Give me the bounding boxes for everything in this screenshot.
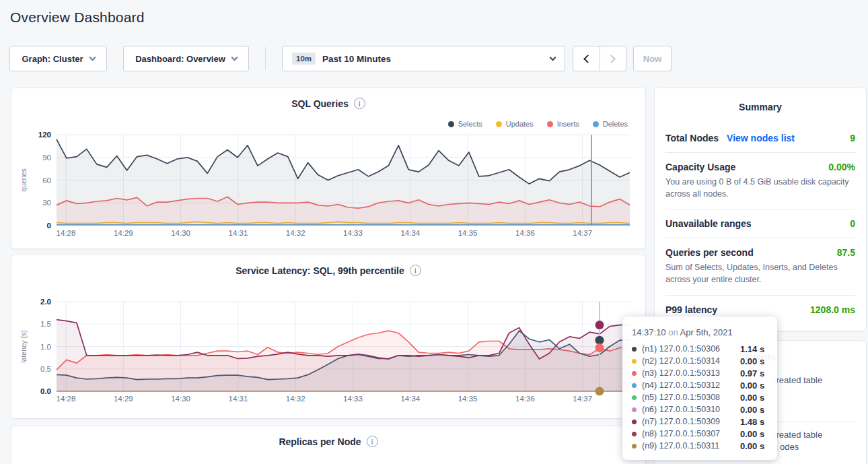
node-color-dot: [632, 359, 637, 364]
sql-queries-chart[interactable]: 14:2814:2914:3014:3114:3214:3314:3414:35…: [11, 88, 647, 248]
svg-text:14:28: 14:28: [57, 229, 76, 237]
tooltip-node-value: 0.97 s: [740, 368, 764, 378]
event-text-fragment: created table: [772, 429, 822, 441]
info-icon[interactable]: i: [367, 436, 378, 447]
svg-text:14:29: 14:29: [114, 395, 133, 403]
svg-text:queries: queries: [20, 168, 28, 191]
tooltip-row: (n9) 127.0.0.1:503110.00 s: [632, 440, 768, 452]
graph-dropdown[interactable]: Graph: Cluster: [9, 46, 107, 71]
svg-text:2.0: 2.0: [40, 298, 51, 306]
capacity-label: Capacity Usage: [665, 162, 735, 172]
page-title: Overview Dashboard: [10, 9, 145, 26]
divider: [665, 295, 855, 296]
tooltip-node-value: 1.14 s: [740, 344, 764, 354]
tooltip-node-value: 0.00 s: [740, 380, 764, 391]
svg-text:30: 30: [42, 199, 51, 207]
chevron-down-icon: [89, 54, 96, 61]
tooltip-node-label: (n7) 127.0.0.1:50309: [642, 417, 740, 426]
p99-label: P99 latency: [665, 304, 717, 315]
tooltip-node-value: 0.00 s: [740, 356, 764, 366]
replicas-header: Replicas per Node i: [11, 436, 645, 447]
time-pager: [573, 46, 626, 71]
svg-text:60: 60: [42, 176, 51, 185]
tooltip-row: (n2) 127.0.0.1:503140.00 s: [632, 355, 768, 367]
dashboard-dropdown[interactable]: Dashboard: Overview: [123, 46, 249, 71]
unavailable-value: 0: [850, 218, 855, 229]
svg-text:14:33: 14:33: [343, 395, 363, 403]
replicas-per-node-panel: Replicas per Node i: [11, 426, 646, 464]
tooltip-row: (n3) 127.0.0.1:503130.97 s: [632, 367, 768, 379]
svg-text:latency (s): latency (s): [20, 330, 28, 362]
chart-hover-tooltip: 14:37:10 on Apr 5th, 2021 (n1) 127.0.0.1…: [622, 317, 777, 460]
summary-panel: Summary Total Nodes View nodes list 9 Ca…: [654, 88, 867, 331]
p99-value: 1208.0 ms: [810, 304, 855, 315]
tooltip-date: Apr 5th, 2021: [680, 327, 733, 337]
svg-text:14:29: 14:29: [114, 229, 133, 237]
tooltip-node-value: 0.00 s: [740, 429, 764, 439]
tooltip-rows: (n1) 127.0.0.1:503061.14 s(n2) 127.0.0.1…: [632, 343, 768, 452]
svg-text:14:35: 14:35: [458, 229, 478, 237]
tooltip-node-label: (n5) 127.0.0.1:50308: [642, 393, 740, 402]
svg-text:14:36: 14:36: [515, 229, 535, 237]
controls-divider: [265, 47, 266, 70]
service-latency-panel: Service Latency: SQL, 99th percentile i …: [11, 255, 646, 419]
tooltip-node-label: (n6) 127.0.0.1:50310: [642, 405, 740, 414]
total-nodes-value: 9: [850, 133, 855, 143]
tooltip-node-label: (n4) 127.0.0.1:50312: [642, 380, 740, 390]
tooltip-row: (n8) 127.0.0.1:503070.00 s: [632, 428, 768, 440]
summary-row-capacity: Capacity Usage 0.00%: [665, 162, 855, 172]
svg-text:0.0: 0.0: [40, 387, 51, 395]
svg-text:14:37: 14:37: [573, 395, 592, 403]
chevron-left-icon: [583, 55, 592, 63]
node-color-dot: [632, 383, 637, 388]
svg-text:14:28: 14:28: [57, 395, 76, 403]
tooltip-row: (n6) 127.0.0.1:503100.00 s: [632, 403, 768, 416]
tooltip-node-label: (n8) 127.0.0.1:50307: [642, 429, 740, 438]
tooltip-node-label: (n1) 127.0.0.1:50306: [642, 344, 740, 354]
svg-text:0.5: 0.5: [40, 365, 51, 373]
node-color-dot: [632, 407, 637, 412]
graph-dropdown-label: Graph: Cluster: [22, 54, 83, 64]
time-range-dropdown[interactable]: 10m Past 10 Minutes: [282, 46, 565, 71]
service-latency-chart[interactable]: 14:2814:2914:3014:3114:3214:3314:3414:35…: [11, 255, 647, 416]
node-color-dot: [632, 444, 637, 449]
tooltip-time: 14:37:10: [632, 327, 666, 337]
unavailable-label: Unavailable ranges: [665, 218, 752, 229]
svg-text:14:31: 14:31: [229, 395, 248, 403]
tooltip-timestamp: 14:37:10 on Apr 5th, 2021: [632, 327, 768, 337]
divider: [665, 238, 855, 238]
now-button[interactable]: Now: [633, 46, 672, 71]
tooltip-on-word: on: [668, 327, 678, 337]
summary-row-qps: Queries per second 87.5: [665, 247, 855, 258]
chevron-right-icon: [607, 55, 616, 63]
time-prev-button[interactable]: [573, 46, 600, 71]
node-color-dot: [632, 395, 637, 400]
sql-queries-panel: SQL Queries i SelectsUpdatesInsertsDelet…: [11, 88, 646, 249]
event-text-fragment: odes: [780, 441, 799, 453]
svg-text:14:31: 14:31: [229, 229, 248, 237]
time-range-badge: 10m: [292, 53, 316, 65]
view-nodes-list-link[interactable]: View nodes list: [727, 133, 795, 143]
overview-dashboard-page: Overview Dashboard Graph: Cluster Dashbo…: [0, 0, 868, 464]
total-nodes-label: Total Nodes: [665, 133, 719, 143]
svg-text:0: 0: [47, 222, 51, 230]
tooltip-node-label: (n3) 127.0.0.1:50313: [642, 368, 740, 378]
tooltip-node-value: 1.48 s: [740, 417, 764, 427]
qps-label: Queries per second: [665, 247, 754, 258]
summary-row-total-nodes: Total Nodes View nodes list 9: [665, 133, 855, 143]
svg-text:14:30: 14:30: [171, 395, 190, 403]
qps-value: 87.5: [837, 247, 855, 258]
node-color-dot: [632, 432, 637, 436]
svg-text:1.5: 1.5: [40, 320, 51, 328]
capacity-value: 0.00%: [828, 162, 855, 172]
svg-text:1.0: 1.0: [40, 343, 51, 351]
tooltip-row: (n4) 127.0.0.1:503120.00 s: [632, 379, 768, 391]
tooltip-node-value: 0.00 s: [740, 405, 764, 415]
replicas-title: Replicas per Node: [279, 436, 361, 447]
time-next-button[interactable]: [600, 46, 626, 71]
svg-text:14:32: 14:32: [286, 395, 305, 403]
svg-text:14:32: 14:32: [286, 229, 305, 237]
svg-text:90: 90: [42, 154, 51, 162]
tooltip-node-label: (n9) 127.0.0.1:50311: [642, 441, 740, 451]
tooltip-row: (n1) 127.0.0.1:503061.14 s: [632, 343, 768, 355]
